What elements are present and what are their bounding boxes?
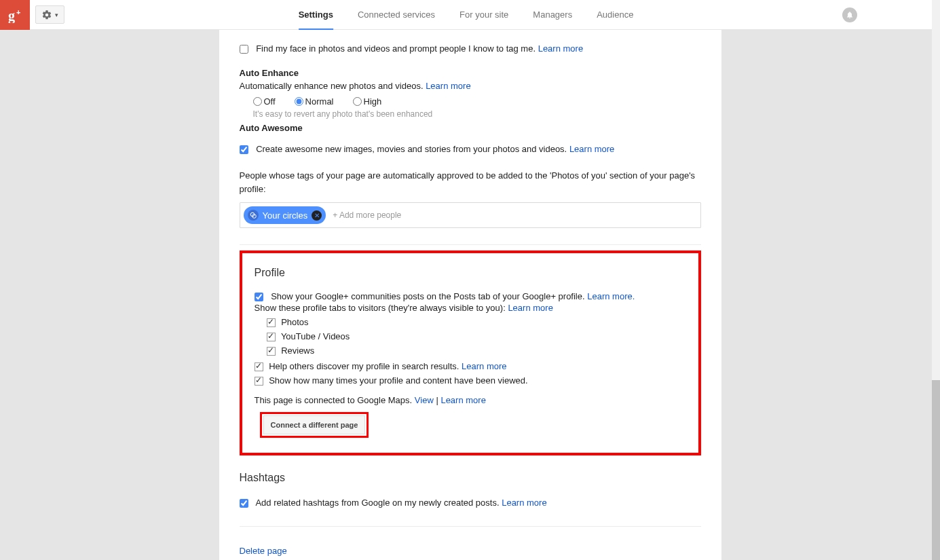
reviews-tab-checkbox[interactable] (267, 347, 276, 356)
hashtags-section: Hashtags Add related hashtags from Googl… (240, 472, 701, 510)
auto-awesome-row: Create awesome new images, movies and st… (240, 143, 701, 156)
chip-close-icon[interactable]: ✕ (312, 210, 322, 221)
auto-awesome-learn-more[interactable]: Learn more (569, 144, 614, 154)
hashtags-checkbox[interactable] (240, 499, 248, 508)
gplus-icon: g + (7, 7, 23, 23)
viewcount-checkbox[interactable] (255, 377, 263, 386)
gear-dropdown-button[interactable]: ▾ (35, 5, 64, 24)
communities-label: Show your Google+ communities posts on t… (271, 291, 584, 301)
delete-page-link[interactable]: Delete page (240, 546, 287, 556)
photos-tab-checkbox[interactable] (267, 318, 276, 327)
auto-enhance-radios: Off Normal High (240, 96, 701, 107)
hashtags-row: Add related hashtags from Google on my n… (240, 496, 701, 510)
maps-learn-more[interactable]: Learn more (440, 395, 485, 405)
auto-enhance-hint: It's easy to revert any photo that's bee… (240, 109, 701, 119)
svg-text:+: + (16, 8, 20, 16)
tab-managers[interactable]: Managers (521, 0, 584, 30)
tags-desc: People whose tags of your page are autom… (240, 169, 701, 195)
svg-text:g: g (8, 8, 15, 23)
tab-settings[interactable]: Settings (286, 0, 345, 30)
gplus-logo[interactable]: g + (0, 0, 30, 30)
auto-awesome-label: Create awesome new images, movies and st… (256, 144, 567, 154)
bell-icon (846, 11, 854, 19)
communities-row: Show your Google+ communities posts on t… (255, 291, 686, 301)
separator-2 (240, 526, 701, 527)
youtube-tab-checkbox[interactable] (267, 333, 276, 341)
find-face-row: Find my face in photos and videos and pr… (240, 42, 701, 56)
auto-awesome-checkbox[interactable] (240, 145, 248, 154)
auto-enhance-title: Auto Enhance (240, 68, 701, 78)
separator (240, 244, 701, 245)
communities-checkbox[interactable] (255, 293, 263, 301)
profile-section-highlighted: Profile Show your Google+ communities po… (240, 250, 701, 455)
maps-line: This page is connected to Google Maps. V… (255, 395, 686, 405)
tab-for-your-site[interactable]: For your site (447, 0, 521, 30)
top-header: g + ▾ Settings Connected services For yo… (0, 0, 932, 30)
tab-youtube-row: YouTube / Videos (267, 331, 686, 341)
communities-learn-more[interactable]: Learn more. (587, 291, 635, 301)
tabs-learn-more[interactable]: Learn more (508, 303, 552, 313)
hashtags-label: Add related hashtags from Google on my n… (255, 498, 499, 508)
add-people-placeholder[interactable]: + Add more people (333, 210, 401, 220)
tab-audience[interactable]: Audience (584, 0, 645, 30)
chip-label: Your circles (263, 210, 308, 221)
tab-photos-row: Photos (267, 317, 686, 327)
tab-connected-services[interactable]: Connected services (345, 0, 447, 30)
chevron-down-icon: ▾ (55, 12, 58, 18)
radio-off[interactable]: Off (253, 96, 276, 107)
settings-content: Find my face in photos and videos and pr… (219, 30, 721, 560)
viewcount-row: Show how many times your profile and con… (255, 375, 686, 386)
auto-awesome-title: Auto Awesome (240, 123, 701, 133)
circles-chip-field[interactable]: Your circles ✕ + Add more people (240, 202, 701, 228)
maps-view-link[interactable]: View (415, 395, 434, 405)
find-face-learn-more[interactable]: Learn more (538, 43, 583, 54)
header-tabs: Settings Connected services For your sit… (286, 0, 646, 30)
discover-row: Help others discover my profile in searc… (255, 361, 686, 371)
circles-icon (248, 210, 259, 221)
connect-different-page-button[interactable]: Connect a different page (263, 415, 366, 434)
find-face-checkbox[interactable] (240, 45, 248, 54)
radio-normal[interactable]: Normal (295, 96, 334, 107)
notifications-avatar[interactable] (842, 7, 857, 22)
connect-button-highlight: Connect a different page (260, 412, 369, 438)
discover-learn-more[interactable]: Learn more (462, 361, 506, 371)
hashtags-title: Hashtags (240, 472, 701, 484)
discover-checkbox[interactable] (255, 362, 263, 371)
hashtags-learn-more[interactable]: Learn more (502, 498, 546, 508)
gear-icon (41, 10, 52, 20)
auto-enhance-desc: Automatically enhance new photos and vid… (240, 81, 701, 91)
find-face-label: Find my face in photos and videos and pr… (256, 43, 535, 54)
tabs-desc-row: Show these profile tabs to visitors (the… (255, 303, 686, 313)
radio-high[interactable]: High (353, 96, 382, 107)
tab-reviews-row: Reviews (267, 346, 686, 356)
scrollbar-track[interactable] (932, 0, 940, 560)
your-circles-chip[interactable]: Your circles ✕ (244, 206, 326, 224)
scrollbar-thumb[interactable] (932, 380, 940, 560)
profile-title: Profile (255, 267, 686, 279)
auto-enhance-learn-more[interactable]: Learn more (426, 81, 470, 91)
